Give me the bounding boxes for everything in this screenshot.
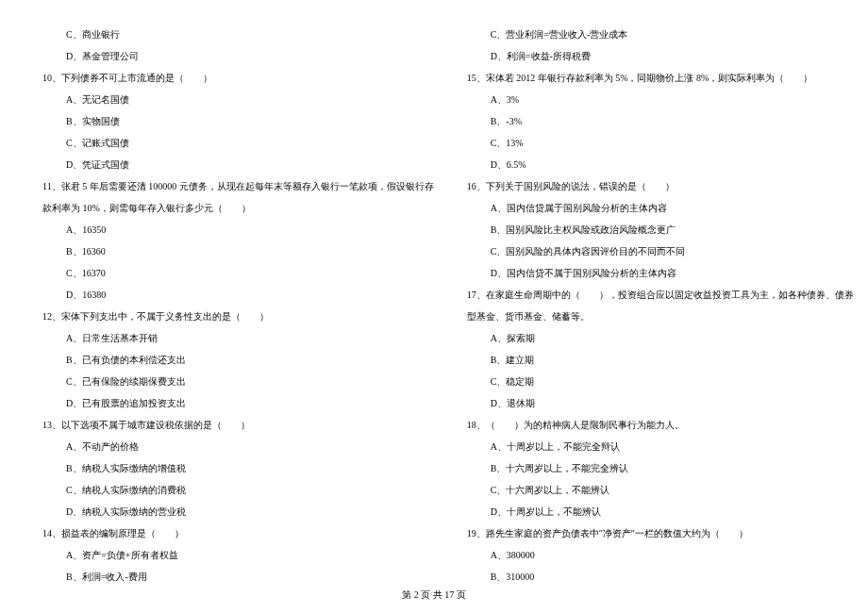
option-text: B、-3% <box>462 115 854 128</box>
option-text: B、已有负债的本利偿还支出 <box>38 354 434 367</box>
option-text: A、十周岁以上，不能完全辩认 <box>462 440 854 454</box>
option-text: B、纳税人实际缴纳的增值税 <box>38 462 434 475</box>
question-text: 14、损益表的编制原理是（ ） <box>38 527 434 540</box>
option-text: A、3% <box>462 93 854 107</box>
option-text: D、已有股票的追加投资支出 <box>38 397 434 410</box>
option-text: D、基金管理公司 <box>38 50 434 63</box>
option-text: C、十六周岁以上，不能辨认 <box>462 484 854 497</box>
option-text: D、退休期 <box>462 397 854 410</box>
option-text: D、6.5% <box>462 158 854 172</box>
option-text: A、日常生活基本开销 <box>38 332 434 345</box>
option-text: C、营业利润=营业收入-营业成本 <box>462 28 854 41</box>
question-text: 12、宋体下列支出中，不属于义务性支出的是（ ） <box>38 310 434 323</box>
question-text: 型基金、货币基金、储蓄等。 <box>462 310 854 323</box>
option-text: D、利润=收益-所得税费 <box>462 50 854 63</box>
option-text: D、十周岁以上，不能辨认 <box>462 505 854 519</box>
option-text: C、国别风险的具体内容因评价目的不同而不同 <box>462 245 854 258</box>
left-column: C、商业银行 D、基金管理公司 10、下列债券不可上市流通的是（ ） A、无记名… <box>38 28 434 584</box>
option-text: A、国内信贷属于国别风险分析的主体内容 <box>462 202 854 215</box>
option-text: B、16360 <box>38 245 434 258</box>
option-text: D、16380 <box>38 289 434 302</box>
option-text: C、商业银行 <box>38 28 434 41</box>
question-text: 18、（ ）为的精神病人是限制民事行为能力人。 <box>462 419 854 432</box>
page-container: C、商业银行 D、基金管理公司 10、下列债券不可上市流通的是（ ） A、无记名… <box>0 0 868 593</box>
option-text: D、国内信贷不属于国别风险分析的主体内容 <box>462 267 854 280</box>
option-text: B、310000 <box>462 571 854 584</box>
option-text: B、利润=收入-费用 <box>38 571 434 584</box>
option-text: A、380000 <box>462 549 854 562</box>
question-text: 10、下列债券不可上市流通的是（ ） <box>38 72 434 85</box>
option-text: A、16350 <box>38 224 434 237</box>
question-text: 11、张君 5 年后需要还清 100000 元债务，从现在起每年末等额存入银行一… <box>38 180 434 193</box>
question-text: 19、路先生家庭的资产负债表中"净资产"一栏的数值大约为（ ） <box>462 527 854 540</box>
option-text: C、记账式国债 <box>38 137 434 150</box>
option-text: B、国别风险比主权风险或政治风险概念更广 <box>462 224 854 237</box>
option-text: C、13% <box>462 137 854 150</box>
option-text: A、无记名国债 <box>38 93 434 107</box>
question-text: 16、下列关于国别风险的说法，错误的是（ ） <box>462 180 854 193</box>
question-text: 13、以下选项不属于城市建设税依据的是（ ） <box>38 419 434 432</box>
question-text: 款利率为 10%，则需每年存入银行多少元（ ） <box>38 202 434 215</box>
option-text: C、稳定期 <box>462 375 854 389</box>
page-footer: 第 2 页 共 17 页 <box>0 588 868 602</box>
option-text: B、实物国债 <box>38 115 434 128</box>
question-text: 17、在家庭生命周期中的（ ），投资组合应以固定收益投资工具为主，如各种债券、债… <box>462 289 854 302</box>
option-text: B、建立期 <box>462 354 854 367</box>
option-text: D、纳税人实际缴纳的营业税 <box>38 505 434 519</box>
option-text: B、十六周岁以上，不能完全辨认 <box>462 462 854 475</box>
option-text: C、纳税人实际缴纳的消费税 <box>38 484 434 497</box>
right-column: C、营业利润=营业收入-营业成本 D、利润=收益-所得税费 15、宋体若 201… <box>462 28 854 584</box>
option-text: D、凭证式国债 <box>38 158 434 172</box>
option-text: C、已有保险的续期保费支出 <box>38 375 434 389</box>
option-text: C、16370 <box>38 267 434 280</box>
option-text: A、探索期 <box>462 332 854 345</box>
option-text: A、资产=负债+所有者权益 <box>38 549 434 562</box>
option-text: A、不动产的价格 <box>38 440 434 454</box>
question-text: 15、宋体若 2012 年银行存款利率为 5%，同期物价上涨 8%，则实际利率为… <box>462 72 854 85</box>
